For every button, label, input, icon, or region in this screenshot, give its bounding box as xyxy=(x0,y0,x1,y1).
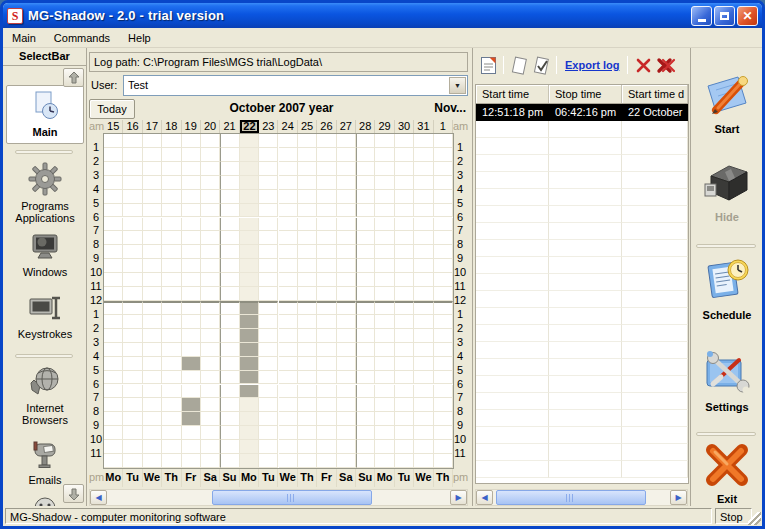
calendar-day[interactable]: 30 xyxy=(395,120,414,133)
calendar-cell[interactable] xyxy=(201,273,220,287)
calendar-cell[interactable] xyxy=(259,301,278,315)
calendar-cell[interactable] xyxy=(279,329,298,343)
export-log-link[interactable]: Export log xyxy=(561,59,623,71)
calendar-day[interactable]: 28 xyxy=(356,120,375,133)
calendar-cell[interactable] xyxy=(298,176,317,190)
calendar-cell[interactable] xyxy=(337,357,356,371)
calendar-cell[interactable] xyxy=(240,134,259,148)
calendar-day[interactable]: 18 xyxy=(162,120,181,133)
calendar-cell[interactable] xyxy=(182,329,201,343)
calendar-cell[interactable] xyxy=(240,315,259,329)
calendar-cell[interactable] xyxy=(104,204,123,218)
calendar-cell[interactable] xyxy=(414,301,433,315)
calendar-cell[interactable] xyxy=(240,287,259,301)
calendar-cell[interactable] xyxy=(143,440,162,454)
calendar-cell[interactable] xyxy=(375,343,394,357)
calendar-cell[interactable] xyxy=(220,343,239,357)
calendar-cell[interactable] xyxy=(220,231,239,245)
calendar-cell[interactable] xyxy=(356,176,375,190)
calendar-cell[interactable] xyxy=(104,454,123,468)
calendar-cell[interactable] xyxy=(375,357,394,371)
calendar-cell[interactable] xyxy=(337,440,356,454)
calendar-cell[interactable] xyxy=(162,245,181,259)
calendar-cell[interactable] xyxy=(123,343,142,357)
calendar-cell[interactable] xyxy=(375,385,394,399)
calendar-cell[interactable] xyxy=(317,134,336,148)
sidebar-item-internet-browsers[interactable]: Internet Browsers xyxy=(6,366,84,426)
calendar-cell[interactable] xyxy=(279,148,298,162)
calendar-cell[interactable] xyxy=(434,454,453,468)
calendar-cell[interactable] xyxy=(162,162,181,176)
calendar-day[interactable]: 22 xyxy=(240,120,259,133)
calendar-cell[interactable] xyxy=(356,231,375,245)
calendar-cell[interactable] xyxy=(279,385,298,399)
calendar-cell[interactable] xyxy=(337,385,356,399)
calendar-day[interactable]: 26 xyxy=(317,120,336,133)
calendar-cell[interactable] xyxy=(395,245,414,259)
calendar-cell[interactable] xyxy=(201,190,220,204)
calendar-cell[interactable] xyxy=(298,329,317,343)
calendar-day[interactable]: 27 xyxy=(337,120,356,133)
calendar-cell[interactable] xyxy=(104,273,123,287)
calendar-cell[interactable] xyxy=(375,454,394,468)
calendar-cell[interactable] xyxy=(220,357,239,371)
calendar-h-scrollbar[interactable]: ◀ ▶ xyxy=(89,489,468,506)
calendar-cell[interactable] xyxy=(220,301,239,315)
calendar-cell[interactable] xyxy=(414,148,433,162)
calendar-cell[interactable] xyxy=(414,454,433,468)
calendar-cell[interactable] xyxy=(395,259,414,273)
calendar-cell[interactable] xyxy=(201,162,220,176)
calendar-cell[interactable] xyxy=(104,162,123,176)
calendar-cell[interactable] xyxy=(317,301,336,315)
calendar-cell[interactable] xyxy=(162,385,181,399)
calendar-cell[interactable] xyxy=(375,398,394,412)
calendar-cell[interactable] xyxy=(395,315,414,329)
calendar-day[interactable]: 16 xyxy=(123,120,142,133)
calendar-cell[interactable] xyxy=(279,371,298,385)
calendar-cell[interactable] xyxy=(279,176,298,190)
next-month-label[interactable]: Nov... xyxy=(434,101,466,115)
calendar-cell[interactable] xyxy=(162,204,181,218)
calendar-cell[interactable] xyxy=(337,454,356,468)
calendar-cell[interactable] xyxy=(162,440,181,454)
calendar-cell[interactable] xyxy=(259,426,278,440)
calendar-cell[interactable] xyxy=(182,190,201,204)
calendar-cell[interactable] xyxy=(240,426,259,440)
calendar-cell[interactable] xyxy=(182,245,201,259)
calendar-cell[interactable] xyxy=(356,315,375,329)
calendar-cell[interactable] xyxy=(414,259,433,273)
start-button[interactable]: Start xyxy=(691,70,763,135)
calendar-cell[interactable] xyxy=(162,259,181,273)
user-select-dropdown-button[interactable]: ▼ xyxy=(449,77,466,94)
calendar-cell[interactable] xyxy=(123,357,142,371)
calendar-cell[interactable] xyxy=(279,231,298,245)
calendar-day[interactable]: 31 xyxy=(414,120,433,133)
minimize-button[interactable] xyxy=(691,6,712,26)
calendar-cell[interactable] xyxy=(395,385,414,399)
scroll-right-button[interactable]: ▶ xyxy=(670,490,687,505)
calendar-cell[interactable] xyxy=(220,398,239,412)
calendar-cell[interactable] xyxy=(104,426,123,440)
calendar-cell[interactable] xyxy=(375,287,394,301)
calendar-cell[interactable] xyxy=(279,162,298,176)
calendar-cell[interactable] xyxy=(395,134,414,148)
calendar-cell[interactable] xyxy=(317,385,336,399)
calendar-cell[interactable] xyxy=(298,245,317,259)
log-table-column-header[interactable]: Start time d xyxy=(622,85,688,103)
calendar-cell[interactable] xyxy=(337,259,356,273)
calendar-cell[interactable] xyxy=(123,231,142,245)
calendar-cell[interactable] xyxy=(298,287,317,301)
calendar-cell[interactable] xyxy=(337,134,356,148)
calendar-cell[interactable] xyxy=(356,134,375,148)
calendar-cell[interactable] xyxy=(182,204,201,218)
calendar-cell[interactable] xyxy=(123,245,142,259)
calendar-cell[interactable] xyxy=(240,440,259,454)
calendar-cell[interactable] xyxy=(201,454,220,468)
today-button[interactable]: Today xyxy=(89,99,135,119)
calendar-cell[interactable] xyxy=(240,176,259,190)
calendar-cell[interactable] xyxy=(182,273,201,287)
calendar-cell[interactable] xyxy=(240,148,259,162)
calendar-cell[interactable] xyxy=(414,287,433,301)
calendar-cell[interactable] xyxy=(414,412,433,426)
calendar-cell[interactable] xyxy=(414,273,433,287)
